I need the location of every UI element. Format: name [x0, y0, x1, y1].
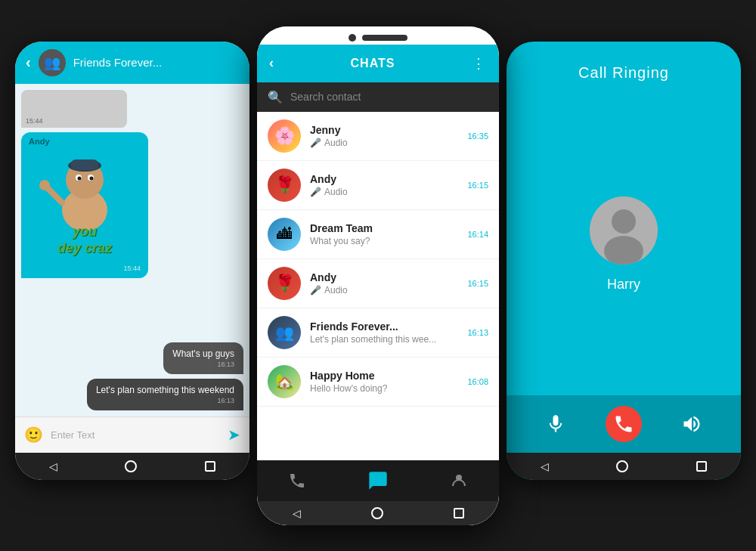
center-title: CHATS: [351, 57, 395, 70]
andy2-time: 16:15: [467, 279, 488, 288]
search-bar[interactable]: 🔍 Search contact: [257, 82, 499, 112]
andy2-info: Andy 🎤 Audio: [310, 271, 458, 296]
svg-point-12: [612, 209, 636, 234]
phone-center: ‹ CHATS ⋮ 🔍 Search contact 🌸 Jenny: [257, 26, 499, 525]
svg-point-9: [39, 180, 50, 190]
right-recent-button[interactable]: [696, 461, 707, 472]
phone-right: Call Ringing Harry: [507, 42, 741, 480]
center-android-nav: ◁: [257, 501, 499, 525]
chat-area: 15:44 Andy: [15, 84, 249, 416]
chat-item-andy2[interactable]: 🌹 Andy 🎤 Audio 16:15: [257, 259, 499, 308]
dreamteam-avatar: 🏙: [268, 218, 301, 251]
phones-container: ‹ 👥 Friends Forever... 15:44 Andy: [15, 11, 741, 540]
recent-button[interactable]: [205, 461, 215, 472]
call-actions: [507, 395, 741, 453]
svg-line-8: [47, 187, 62, 203]
sticker: youdey craz: [24, 146, 145, 263]
dreamteam-preview: What you say?: [310, 236, 458, 246]
speaker: [362, 35, 407, 41]
chat-item-andy1[interactable]: 🌹 Andy 🎤 Audio 16:15: [257, 161, 499, 210]
svg-point-7: [90, 176, 94, 180]
happyhome-name: Happy Home: [310, 370, 458, 382]
andy2-avatar: 🌹: [268, 267, 301, 300]
call-header: Call Ringing: [507, 42, 741, 94]
more-options-icon[interactable]: ⋮: [472, 55, 487, 72]
left-header: ‹ 👥 Friends Forever...: [15, 42, 249, 84]
emoji-button[interactable]: 🙂: [24, 426, 43, 444]
search-input[interactable]: Search contact: [290, 91, 361, 103]
mic-icon3: 🎤: [310, 285, 321, 296]
dreamteam-name: Dream Team: [310, 222, 458, 234]
svg-point-6: [78, 176, 82, 180]
msg-time2: 16:13: [96, 397, 234, 404]
mic-icon: 🎤: [310, 138, 321, 148]
right-screen: Call Ringing Harry: [507, 42, 741, 480]
sticker-time: 15:44: [24, 263, 145, 275]
friends-preview: Let's plan something this wee...: [310, 334, 458, 345]
sticker-bubble: Andy: [21, 132, 148, 278]
jenny-info: Jenny 🎤 Audio: [310, 124, 458, 148]
call-status: Call Ringing: [522, 64, 726, 82]
jenny-avatar: 🌸: [268, 119, 301, 153]
andy1-preview: 🎤 Audio: [310, 187, 458, 197]
andy1-info: Andy 🎤 Audio: [310, 173, 458, 197]
send-button[interactable]: ➤: [228, 426, 240, 444]
dreamteam-time: 16:14: [467, 230, 488, 239]
jenny-name: Jenny: [310, 124, 458, 136]
chat-item-happyhome[interactable]: 🏡 Happy Home Hello How's doing? 16:08: [257, 358, 499, 407]
msg-sender: Andy: [24, 135, 145, 146]
happyhome-preview: Hello How's doing?: [310, 383, 458, 394]
search-icon: 🔍: [268, 90, 283, 104]
jenny-time: 16:35: [467, 132, 488, 141]
right-home-button[interactable]: [616, 460, 628, 472]
andy1-name: Andy: [310, 173, 458, 185]
phone-left: ‹ 👥 Friends Forever... 15:44 Andy: [15, 42, 249, 480]
caller-name: Harry: [607, 277, 640, 293]
mic-icon2: 🎤: [310, 187, 321, 197]
dreamteam-info: Dream Team What you say?: [310, 222, 458, 246]
sticker-text: youdey craz: [24, 224, 145, 256]
right-nav-bar: ◁: [507, 453, 741, 480]
center-recent-button[interactable]: [454, 508, 464, 518]
chat-item-friends[interactable]: 👥 Friends Forever... Let's plan somethin…: [257, 308, 499, 358]
andy1-avatar: 🌹: [268, 169, 301, 202]
back-button[interactable]: ◁: [49, 460, 57, 472]
center-home-button[interactable]: [371, 507, 383, 519]
friends-time: 16:13: [467, 328, 488, 337]
friends-name: Friends Forever...: [310, 320, 458, 333]
chats-tab[interactable]: [367, 470, 389, 491]
svg-rect-3: [71, 159, 98, 170]
friends-info: Friends Forever... Let's plan something …: [310, 320, 458, 345]
right-back-button[interactable]: ◁: [541, 460, 549, 472]
andy1-time: 16:15: [467, 181, 488, 190]
left-screen: ‹ 👥 Friends Forever... 15:44 Andy: [15, 42, 249, 480]
andy2-name: Andy: [310, 271, 458, 283]
camera: [349, 34, 356, 42]
calls-tab[interactable]: [288, 472, 306, 490]
end-call-button[interactable]: [606, 406, 642, 442]
caller-avatar: [590, 197, 658, 265]
center-screen: ‹ CHATS ⋮ 🔍 Search contact 🌸 Jenny: [257, 45, 499, 525]
back-icon[interactable]: ‹: [26, 54, 31, 71]
msg-plan: Let's plan something this weekend 16:13: [87, 379, 243, 410]
msg-time1: 16:13: [172, 361, 234, 368]
jenny-preview: 🎤 Audio: [310, 138, 458, 148]
message-input[interactable]: Enter Text: [51, 429, 220, 441]
happyhome-info: Happy Home Hello How's doing?: [310, 370, 458, 394]
chat-item-dreamteam[interactable]: 🏙 Dream Team What you say? 16:14: [257, 210, 499, 259]
center-back-icon[interactable]: ‹: [269, 55, 274, 71]
chat-item-jenny[interactable]: 🌸 Jenny 🎤 Audio 16:35: [257, 112, 499, 161]
msg-whatsup: What's up guys 16:13: [163, 342, 243, 374]
happyhome-avatar: 🏡: [268, 365, 301, 398]
group-avatar: 👥: [39, 49, 66, 76]
speaker-button[interactable]: [674, 406, 710, 442]
input-bar: 🙂 Enter Text ➤: [15, 416, 249, 453]
contacts-tab[interactable]: [450, 472, 468, 490]
andy2-preview: 🎤 Audio: [310, 285, 458, 296]
mute-button[interactable]: [538, 406, 574, 442]
center-back-button[interactable]: ◁: [293, 507, 301, 519]
home-button[interactable]: [125, 460, 137, 472]
center-header: ‹ CHATS ⋮: [257, 45, 499, 82]
left-nav-bar: ◁: [15, 453, 249, 480]
call-content: Harry: [507, 94, 741, 395]
